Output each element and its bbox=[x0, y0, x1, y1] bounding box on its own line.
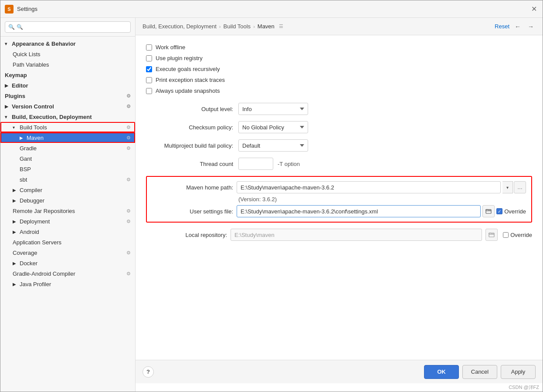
sidebar-item-build-tools[interactable]: ▾ Build Tools ⚙ bbox=[0, 122, 135, 132]
output-level-select[interactable]: Info Debug Quiet bbox=[238, 103, 308, 115]
ok-button[interactable]: OK bbox=[424, 365, 459, 379]
thread-count-control: -T option bbox=[238, 158, 532, 170]
print-exception-row: Print exception stack traces bbox=[146, 77, 532, 83]
user-settings-browse-button[interactable] bbox=[482, 205, 495, 217]
nav-forward-button[interactable]: → bbox=[526, 22, 536, 31]
close-button[interactable]: ✕ bbox=[529, 5, 538, 14]
sidebar-item-keymap[interactable]: Keymap bbox=[0, 70, 135, 80]
local-repo-override-label[interactable]: Override bbox=[510, 232, 532, 238]
sidebar-item-version-control[interactable]: ▶ Version Control ⚙ bbox=[0, 101, 135, 112]
window-title: Settings bbox=[17, 6, 37, 12]
sidebar-item-maven[interactable]: ▶ Maven ⚙ bbox=[0, 132, 135, 143]
sidebar-item-application-servers[interactable]: Application Servers bbox=[0, 237, 135, 247]
sidebar-item-docker[interactable]: ▶ Docker bbox=[0, 258, 135, 268]
maven-home-browse-button[interactable]: … bbox=[514, 181, 526, 193]
use-plugin-registry-checkbox[interactable] bbox=[146, 55, 152, 61]
expand-icon: ▾ bbox=[13, 125, 18, 130]
checksum-policy-control: No Global Policy Fail Warn Ignore bbox=[238, 121, 532, 133]
gear-icon: ⚙ bbox=[126, 104, 131, 109]
thread-count-input[interactable] bbox=[238, 158, 273, 170]
sidebar-item-appearance[interactable]: ▾ Appearance & Behavior bbox=[0, 38, 135, 49]
t-option-label: -T option bbox=[278, 161, 300, 167]
multiproject-policy-label: Multiproject build fail policy: bbox=[146, 142, 233, 149]
sidebar-item-debugger[interactable]: ▶ Debugger bbox=[0, 195, 135, 206]
expand-icon: ▶ bbox=[13, 198, 18, 203]
title-bar: S Settings ✕ bbox=[0, 0, 543, 18]
multiproject-policy-row: Multiproject build fail policy: Default … bbox=[146, 139, 532, 152]
gear-icon: ⚙ bbox=[126, 177, 131, 182]
cancel-button[interactable]: Cancel bbox=[462, 365, 497, 379]
output-level-row: Output level: Info Debug Quiet bbox=[146, 103, 532, 115]
sidebar-item-bsp[interactable]: BSP bbox=[0, 164, 135, 174]
nav-back-button[interactable]: ← bbox=[513, 22, 523, 31]
sidebar-item-coverage[interactable]: Coverage ⚙ bbox=[0, 247, 135, 258]
maven-home-input[interactable] bbox=[237, 181, 501, 193]
sidebar-item-deployment[interactable]: ▶ Deployment ⚙ bbox=[0, 216, 135, 226]
settings-content: Work offline Use plugin registry Execute… bbox=[136, 35, 543, 360]
apply-button[interactable]: Apply bbox=[501, 365, 536, 379]
bottom-bar: ? OK Cancel Apply bbox=[136, 360, 543, 383]
sidebar-item-plugins[interactable]: Plugins ⚙ bbox=[0, 91, 135, 101]
user-settings-override-label[interactable]: Override bbox=[504, 208, 526, 215]
sidebar-item-gradle-android[interactable]: Gradle-Android Compiler ⚙ bbox=[0, 268, 135, 279]
always-update-checkbox[interactable] bbox=[146, 88, 152, 94]
expand-icon: ▶ bbox=[13, 230, 18, 234]
always-update-label[interactable]: Always update snapshots bbox=[156, 88, 220, 94]
main-content: 🔍 ▾ Appearance & Behavior Quick Lists Pa… bbox=[0, 18, 543, 392]
expand-icon: ▶ bbox=[13, 219, 18, 224]
local-repo-override-checkbox[interactable] bbox=[503, 232, 509, 238]
maven-home-label: Maven home path: bbox=[152, 184, 233, 191]
sidebar-item-label: Coverage bbox=[13, 250, 37, 256]
sidebar-item-remote-jar[interactable]: Remote Jar Repositories ⚙ bbox=[0, 206, 135, 216]
maven-version-text: (Version: 3.6.2) bbox=[238, 196, 526, 203]
print-exception-checkbox[interactable] bbox=[146, 77, 152, 83]
work-offline-label[interactable]: Work offline bbox=[156, 44, 185, 51]
checksum-policy-select[interactable]: No Global Policy Fail Warn Ignore bbox=[238, 121, 308, 133]
sidebar-item-java-profiler[interactable]: ▶ Java Profiler bbox=[0, 279, 135, 289]
user-settings-label: User settings file: bbox=[152, 208, 233, 215]
maven-home-path-row: Maven home path: ▾ … bbox=[152, 181, 526, 193]
sidebar-item-gant[interactable]: Gant bbox=[0, 153, 135, 164]
use-plugin-registry-label[interactable]: Use plugin registry bbox=[156, 55, 203, 61]
sidebar-item-path-variables[interactable]: Path Variables bbox=[0, 59, 135, 70]
sidebar-item-gradle[interactable]: Gradle ⚙ bbox=[0, 143, 135, 153]
sidebar-item-label: Java Profiler bbox=[20, 281, 51, 287]
checksum-policy-row: Checksum policy: No Global Policy Fail W… bbox=[146, 121, 532, 133]
right-panel: Build, Execution, Deployment › Build Too… bbox=[136, 18, 543, 392]
sidebar-item-label: Plugins bbox=[5, 93, 25, 99]
sidebar-item-android[interactable]: ▶ Android bbox=[0, 226, 135, 237]
gear-icon: ⚙ bbox=[126, 250, 131, 256]
sidebar-item-editor[interactable]: ▶ Editor bbox=[0, 80, 135, 91]
multiproject-policy-select[interactable]: Default Fail at End Resume From Always M… bbox=[238, 139, 308, 152]
breadcrumb-part-1: Build, Execution, Deployment bbox=[143, 23, 217, 30]
sidebar-item-label: Version Control bbox=[12, 103, 54, 110]
search-input[interactable] bbox=[5, 21, 131, 33]
user-settings-input-wrapper: Override bbox=[237, 205, 526, 217]
sidebar-item-label: Build Tools bbox=[20, 124, 47, 131]
maven-home-dropdown-button[interactable]: ▾ bbox=[502, 181, 513, 193]
work-offline-checkbox[interactable] bbox=[146, 44, 152, 51]
sidebar-item-label: Editor bbox=[12, 82, 28, 89]
help-button[interactable]: ? bbox=[143, 366, 154, 378]
sidebar-item-sbt[interactable]: sbt ⚙ bbox=[0, 174, 135, 185]
sidebar-item-label: Quick Lists bbox=[13, 51, 41, 57]
sidebar-item-label: Gant bbox=[20, 155, 32, 162]
sidebar-item-build-execution[interactable]: ▾ Build, Execution, Deployment bbox=[0, 112, 135, 122]
print-exception-label[interactable]: Print exception stack traces bbox=[156, 77, 225, 83]
sidebar-item-label: Maven bbox=[27, 135, 44, 141]
sidebar-nav: ▾ Appearance & Behavior Quick Lists Path… bbox=[0, 37, 135, 392]
user-settings-input[interactable] bbox=[237, 205, 481, 217]
execute-goals-checkbox[interactable] bbox=[146, 66, 152, 72]
always-update-row: Always update snapshots bbox=[146, 88, 532, 94]
local-repo-input[interactable] bbox=[231, 229, 482, 241]
app-icon: S bbox=[5, 5, 14, 14]
thread-count-row: Thread count -T option bbox=[146, 158, 532, 170]
local-repo-browse-button[interactable] bbox=[485, 229, 498, 241]
sidebar-item-compiler[interactable]: ▶ Compiler bbox=[0, 185, 135, 195]
reset-link[interactable]: Reset bbox=[495, 23, 509, 30]
user-settings-override-checkbox[interactable] bbox=[496, 208, 502, 214]
sidebar-item-quick-lists[interactable]: Quick Lists bbox=[0, 49, 135, 59]
execute-goals-label[interactable]: Execute goals recursively bbox=[156, 66, 220, 72]
breadcrumb-menu-icon[interactable]: ☰ bbox=[279, 24, 283, 29]
search-bar: 🔍 bbox=[0, 18, 135, 37]
